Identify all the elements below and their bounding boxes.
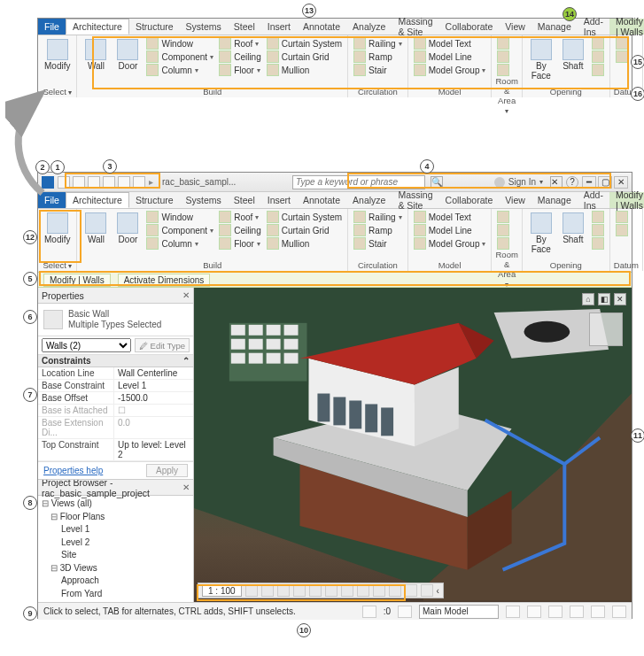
- type-selector[interactable]: Basic Wall Multiple Types Selected: [38, 304, 193, 336]
- tab-view[interactable]: View: [499, 19, 531, 35]
- tree-item[interactable]: Kitchen: [42, 600, 190, 602]
- tab-insert[interactable]: Insert: [261, 19, 297, 35]
- tab-file[interactable]: File: [38, 19, 66, 35]
- view-canvas[interactable]: ⌂ ◧ ✕ 1 : 100 ‹: [194, 288, 632, 602]
- reveal-constraints-icon[interactable]: [421, 584, 433, 597]
- nav-close-icon[interactable]: ✕: [614, 293, 626, 305]
- minimize-icon[interactable]: ━: [582, 176, 596, 189]
- browser-header[interactable]: Project Browser - rac_basic_sample_proje…: [38, 480, 193, 496]
- tab-context-2[interactable]: Modify | Walls: [609, 192, 644, 208]
- status-selectpinned-icon[interactable]: [548, 606, 563, 618]
- sun-path-icon[interactable]: [277, 584, 290, 597]
- tab-context[interactable]: Modify | Walls: [609, 19, 644, 35]
- floor-button[interactable]: Floor: [217, 64, 263, 76]
- search-input[interactable]: [292, 175, 425, 189]
- shadows-icon[interactable]: [293, 584, 306, 597]
- byface-button[interactable]: By Face: [526, 37, 556, 82]
- tab-arch-2[interactable]: Architecture: [66, 192, 129, 208]
- close-icon[interactable]: ✕: [182, 290, 190, 300]
- tab-massing[interactable]: Massing & Site: [392, 19, 438, 35]
- instance-filter[interactable]: Walls (2): [42, 338, 131, 352]
- reveal-icon[interactable]: [389, 584, 401, 597]
- search-icon[interactable]: 🔍: [431, 176, 443, 189]
- tab-analyze[interactable]: Analyze: [346, 19, 392, 35]
- status-designopts-icon[interactable]: [506, 606, 520, 618]
- detail-level-icon[interactable]: [245, 584, 258, 597]
- panel-room[interactable]: Room & Area: [495, 76, 517, 116]
- tree-item[interactable]: Level 2: [42, 536, 190, 550]
- viewcube[interactable]: [589, 313, 623, 346]
- analytical-icon[interactable]: [405, 584, 417, 597]
- room-pop[interactable]: [495, 37, 511, 50]
- status-dragfilter-icon[interactable]: [591, 606, 605, 618]
- maximize-icon[interactable]: ▢: [598, 176, 612, 189]
- render-icon[interactable]: [309, 584, 322, 597]
- tab-collab[interactable]: Collaborate: [439, 19, 500, 35]
- component-button[interactable]: Component: [144, 50, 215, 63]
- workset-selector[interactable]: Main Model: [419, 605, 499, 619]
- column-button[interactable]: Column: [144, 64, 215, 76]
- railing-button[interactable]: Railing: [352, 37, 404, 50]
- ramp-button[interactable]: Ramp: [352, 50, 404, 63]
- close-icon[interactable]: ✕: [182, 482, 190, 492]
- nav-fullnav-icon[interactable]: ◧: [598, 293, 610, 305]
- tree-item[interactable]: From Yard: [42, 588, 190, 601]
- exchange-icon[interactable]: ✕: [550, 176, 563, 189]
- crop-region-icon[interactable]: [341, 584, 353, 597]
- unlock-icon[interactable]: [357, 584, 369, 597]
- tag-pop[interactable]: [495, 64, 511, 76]
- scale-selector[interactable]: 1 : 100: [202, 585, 242, 597]
- modelgroup-button[interactable]: Model Group: [412, 64, 488, 76]
- signin[interactable]: Sign In ▾: [494, 177, 543, 188]
- status-worksets-icon[interactable]: [362, 606, 376, 618]
- open-vert[interactable]: [590, 50, 606, 63]
- properties-help-link[interactable]: Properties help: [43, 466, 103, 475]
- overflow-icon[interactable]: ‹: [437, 586, 439, 596]
- stair-button[interactable]: Stair: [352, 64, 404, 76]
- qat-undo-icon[interactable]: [88, 176, 100, 189]
- modelline-button[interactable]: Model Line: [412, 50, 488, 63]
- tree-item[interactable]: Site: [42, 549, 190, 562]
- open-wall[interactable]: [590, 37, 606, 50]
- visual-style-icon[interactable]: [261, 584, 274, 597]
- area-pop[interactable]: [495, 50, 511, 63]
- wall-button[interactable]: Wall: [81, 37, 111, 73]
- close-icon[interactable]: ✕: [614, 176, 628, 189]
- crop-icon[interactable]: [325, 584, 338, 597]
- door-button[interactable]: Door: [113, 37, 143, 73]
- tab-annotate[interactable]: Annotate: [297, 19, 346, 35]
- ceiling-button[interactable]: Ceiling: [217, 50, 263, 63]
- modify-button[interactable]: Modify: [42, 37, 73, 73]
- apply-button[interactable]: Apply: [146, 464, 188, 477]
- status-selectface-icon[interactable]: [570, 606, 584, 618]
- tab-steel[interactable]: Steel: [228, 19, 261, 35]
- modeltext-button[interactable]: Model Text: [412, 37, 488, 50]
- curtainsys-button[interactable]: Curtain System: [265, 37, 344, 50]
- roof-button[interactable]: Roof: [217, 37, 263, 50]
- qat-print-icon[interactable]: [118, 176, 130, 189]
- properties-header[interactable]: Properties ✕: [38, 288, 193, 304]
- activate-dimensions-button[interactable]: Activate Dimensions: [118, 274, 211, 287]
- status-filter-icon[interactable]: [612, 606, 626, 618]
- tab-architecture[interactable]: Architecture: [66, 19, 129, 35]
- qat-save-icon[interactable]: [73, 176, 85, 189]
- qat-measure-icon[interactable]: [133, 176, 145, 189]
- project-tree[interactable]: Views (all) Floor Plans Level 1 Level 2 …: [38, 496, 193, 602]
- status-selectlinks-icon[interactable]: [527, 606, 541, 618]
- tab-structure[interactable]: Structure: [129, 19, 180, 35]
- nav-home-icon[interactable]: ⌂: [582, 293, 594, 305]
- temp-hide-icon[interactable]: [373, 584, 385, 597]
- mullion-button[interactable]: Mullion: [265, 64, 344, 76]
- level-button[interactable]: [614, 37, 630, 50]
- window-button[interactable]: Window: [144, 37, 215, 50]
- grid-button[interactable]: [614, 50, 630, 63]
- tree-item[interactable]: Level 1: [42, 523, 190, 536]
- open-dormer[interactable]: [590, 64, 606, 76]
- qat-redo-icon[interactable]: [103, 176, 115, 189]
- tab-addins[interactable]: Add-Ins: [578, 19, 609, 35]
- qat-open-icon[interactable]: [58, 176, 70, 189]
- status-editable-icon[interactable]: [398, 606, 412, 618]
- help-icon[interactable]: ?: [566, 176, 578, 189]
- modify-button-2[interactable]: Modify: [42, 211, 73, 246]
- tab-systems[interactable]: Systems: [180, 19, 228, 35]
